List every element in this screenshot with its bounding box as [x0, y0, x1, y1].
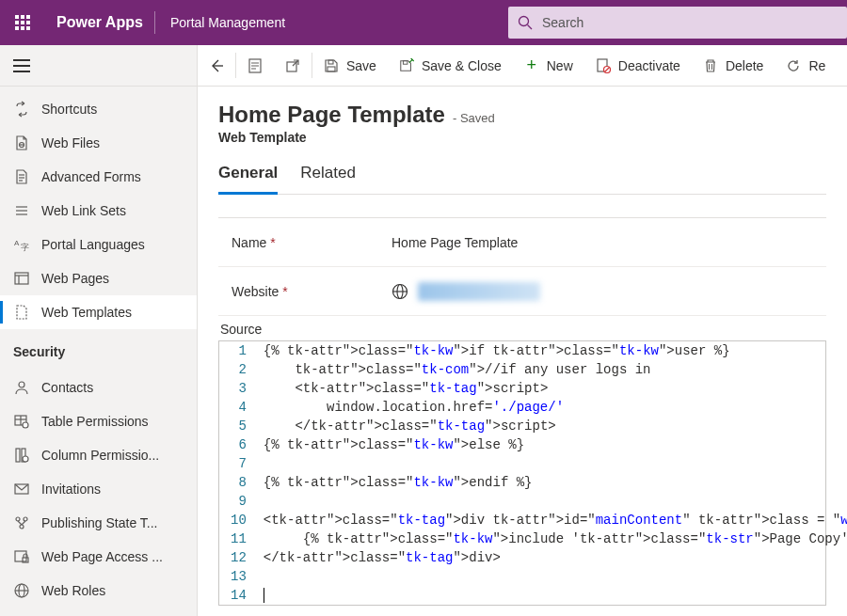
svg-line-1 — [528, 25, 533, 30]
field-name-row: Name* Home Page Template — [218, 218, 826, 267]
field-name-label: Name — [232, 235, 266, 250]
sidebar-item-invitations[interactable]: Invitations — [0, 472, 197, 506]
code-area[interactable]: {% tk-attr">class="tk-kw">if tk-attr">cl… — [256, 341, 847, 605]
sidebar-item-web-templates[interactable]: Web Templates — [0, 295, 197, 329]
sidebar-item-shortcuts[interactable]: Shortcuts — [0, 92, 197, 126]
globe-icon — [392, 283, 408, 300]
sidebar-item-label: Portal Languages — [41, 237, 145, 252]
sidebar-section-security: Security — [0, 329, 197, 365]
sidebar-item-label: Advanced Forms — [41, 169, 141, 184]
sidebar-item-web-pages[interactable]: Web Pages — [0, 261, 197, 295]
new-label: New — [547, 58, 573, 73]
sidebar-item-label: Contacts — [41, 380, 93, 395]
record-content: Home Page Template - Saved Web Template … — [198, 87, 847, 616]
save-button[interactable]: Save — [312, 45, 388, 86]
save-close-label: Save & Close — [422, 58, 502, 73]
new-button[interactable]: + New — [513, 45, 584, 86]
field-website-row: Website* — [218, 267, 826, 316]
popout-icon — [285, 58, 300, 73]
sidebar-item-column-permissio-[interactable]: Column Permissio... — [0, 438, 197, 472]
webpage-icon — [13, 270, 30, 287]
sidebar-item-contacts[interactable]: Contacts — [0, 371, 197, 404]
save-icon — [324, 58, 339, 73]
sidebar-item-label: Web Pages — [41, 271, 109, 286]
trash-icon — [703, 58, 718, 73]
roles-icon — [13, 582, 30, 599]
back-button[interactable] — [198, 45, 235, 86]
tab-strip: General Related — [218, 164, 826, 195]
sidebar-item-web-page-access-[interactable]: Web Page Access ... — [0, 540, 197, 574]
sidebar-item-label: Web Files — [41, 135, 100, 150]
form-icon — [13, 168, 30, 185]
deactivate-icon — [596, 58, 611, 73]
field-source-label: Source — [218, 316, 826, 340]
svg-rect-39 — [328, 67, 335, 71]
sidebar-item-label: Web Page Access ... — [41, 549, 163, 564]
save-close-button[interactable]: Save & Close — [388, 45, 513, 86]
portal-name: Portal Management — [155, 15, 300, 30]
webfile-icon — [13, 134, 30, 151]
svg-point-15 — [19, 382, 24, 387]
required-marker: * — [282, 284, 294, 299]
search-box[interactable] — [508, 7, 847, 39]
deactivate-button[interactable]: Deactivate — [584, 45, 692, 86]
form-selector-button[interactable] — [236, 45, 274, 86]
sidebar-item-publishing-state-t-[interactable]: Publishing State T... — [0, 506, 197, 540]
sidebar-item-advanced-forms[interactable]: Advanced Forms — [0, 160, 197, 194]
source-editor[interactable]: 1 2 3 4 5 6 7 8 9 10 11 12 13 14 {% tk-a… — [218, 340, 826, 606]
delete-button[interactable]: Delete — [692, 45, 775, 86]
sidebar-item-portal-languages[interactable]: A字Portal Languages — [0, 228, 197, 261]
main-area: Save Save & Close + New Deactivate — [198, 45, 847, 616]
search-input[interactable] — [542, 15, 847, 30]
svg-point-24 — [16, 517, 20, 521]
lang-icon: A字 — [13, 236, 30, 253]
tab-related[interactable]: Related — [300, 164, 356, 194]
svg-text:字: 字 — [21, 243, 29, 252]
sidebar-item-web-roles[interactable]: Web Roles — [0, 574, 197, 608]
sidebar-item-web-link-sets[interactable]: Web Link Sets — [0, 194, 197, 228]
website-redacted-value — [418, 282, 540, 301]
svg-point-22 — [23, 456, 28, 462]
svg-rect-20 — [16, 449, 20, 462]
page-title: Home Page Template — [218, 102, 445, 128]
colperm-icon — [13, 447, 30, 464]
sidebar-item-label: Web Roles — [41, 583, 105, 598]
svg-point-26 — [20, 525, 24, 529]
sidebar-item-label: Web Templates — [41, 305, 132, 320]
svg-point-0 — [519, 17, 529, 26]
deactivate-label: Deactivate — [618, 58, 680, 73]
svg-rect-12 — [15, 273, 28, 284]
refresh-button[interactable]: Re — [775, 45, 837, 86]
sidebar-item-label: Invitations — [41, 482, 101, 497]
access-icon — [13, 548, 30, 565]
form-icon — [248, 58, 263, 73]
pubstate-icon — [13, 514, 30, 531]
sidebar-item-table-permissions[interactable]: Table Permissions — [0, 404, 197, 438]
sidebar: ShortcutsWeb FilesAdvanced FormsWeb Link… — [0, 45, 198, 616]
invite-icon — [13, 481, 30, 498]
field-website-value[interactable] — [382, 282, 813, 301]
field-website-label: Website — [232, 284, 279, 299]
back-arrow-icon — [209, 58, 224, 73]
delete-label: Delete — [726, 58, 763, 73]
app-header: Power Apps Portal Management — [0, 0, 847, 45]
sidebar-toggle[interactable] — [0, 45, 197, 87]
linkset-icon — [13, 202, 30, 219]
command-bar: Save Save & Close + New Deactivate — [198, 45, 847, 87]
template-icon — [13, 304, 30, 321]
refresh-label: Re — [808, 58, 825, 73]
sidebar-item-label: Publishing State T... — [41, 515, 157, 530]
line-gutter: 1 2 3 4 5 6 7 8 9 10 11 12 13 14 — [219, 341, 256, 605]
brand-label: Power Apps — [45, 14, 154, 31]
tab-general[interactable]: General — [218, 164, 278, 195]
sidebar-item-web-files[interactable]: Web Files — [0, 126, 197, 160]
save-label: Save — [346, 58, 376, 73]
field-name-value[interactable]: Home Page Template — [382, 235, 813, 250]
hamburger-icon — [13, 59, 30, 72]
form-section: Name* Home Page Template Website* — [218, 217, 826, 316]
open-new-window-button[interactable] — [274, 45, 312, 86]
save-status: - Saved — [453, 111, 495, 125]
tableperm-icon — [13, 413, 30, 430]
waffle-icon[interactable] — [0, 0, 45, 45]
required-marker: * — [270, 235, 281, 250]
